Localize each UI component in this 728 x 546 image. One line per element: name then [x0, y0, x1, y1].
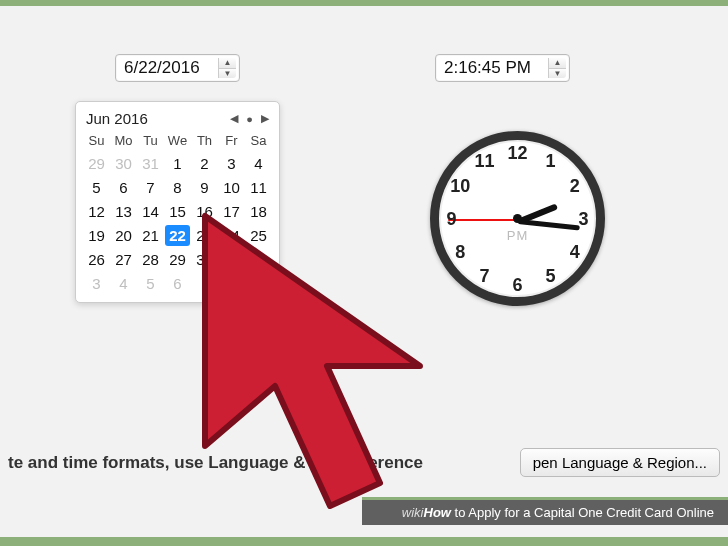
- clock-number: 5: [540, 265, 562, 286]
- calendar-prev-icon[interactable]: ◀: [230, 112, 238, 125]
- calendar-dow: Tu: [138, 131, 163, 150]
- calendar-day[interactable]: 26: [84, 249, 109, 270]
- calendar-day[interactable]: 15: [165, 201, 190, 222]
- calendar-day[interactable]: 4: [246, 153, 271, 174]
- calendar-day[interactable]: 22: [165, 225, 190, 246]
- calendar-day[interactable]: 3: [219, 153, 244, 174]
- hint-row: te and time formats, use Language & Re p…: [0, 448, 728, 477]
- brand-bold: How: [424, 505, 451, 520]
- hint-text-mid: preference: [336, 453, 423, 473]
- clock-number: 12: [507, 142, 529, 163]
- calendar-popup: Jun 2016 ◀ ● ▶ SuMoTuWeThFrSa29303112345…: [75, 101, 280, 303]
- calendar-day[interactable]: 21: [138, 225, 163, 246]
- calendar-today-icon[interactable]: ●: [246, 113, 253, 125]
- chevron-up-icon[interactable]: ▲: [219, 58, 236, 69]
- clock-number: 8: [449, 241, 471, 262]
- date-input[interactable]: 6/22/2016 ▲ ▼: [115, 54, 240, 82]
- clock-ampm: PM: [507, 228, 529, 243]
- calendar-dow: Mo: [111, 131, 136, 150]
- clock-number: 3: [573, 208, 595, 229]
- clock-number: 2: [564, 175, 586, 196]
- calendar-next-icon[interactable]: ▶: [261, 112, 269, 125]
- hint-text-left: te and time formats, use Language & Re: [8, 453, 332, 473]
- calendar-day[interactable]: 31: [138, 153, 163, 174]
- clock-number: 9: [441, 208, 463, 229]
- calendar-day[interactable]: 6: [111, 177, 136, 198]
- date-value: 6/22/2016: [124, 58, 200, 77]
- chevron-down-icon[interactable]: ▼: [219, 69, 236, 79]
- calendar-day[interactable]: 1: [219, 249, 244, 270]
- clock-number: 4: [564, 241, 586, 262]
- calendar-day[interactable]: 18: [246, 201, 271, 222]
- calendar-day[interactable]: 29: [165, 249, 190, 270]
- calendar-day[interactable]: 30: [111, 153, 136, 174]
- calendar-dow: Su: [84, 131, 109, 150]
- calendar-day[interactable]: 30: [192, 249, 217, 270]
- chevron-up-icon[interactable]: ▲: [549, 58, 566, 69]
- clock-center-pin: [513, 214, 522, 223]
- calendar-day[interactable]: 5: [84, 177, 109, 198]
- calendar-day[interactable]: 12: [84, 201, 109, 222]
- clock-number: 7: [474, 265, 496, 286]
- time-input[interactable]: 2:16:45 PM ▲ ▼: [435, 54, 570, 82]
- watermark-banner: wikiHow to Apply for a Capital One Credi…: [362, 497, 728, 525]
- banner-title: to Apply for a Capital One Credit Card O…: [451, 505, 714, 520]
- calendar-day[interactable]: 23: [192, 225, 217, 246]
- calendar-day[interactable]: 13: [111, 201, 136, 222]
- calendar-day[interactable]: 4: [111, 273, 136, 294]
- calendar-day[interactable]: 3: [84, 273, 109, 294]
- calendar-day[interactable]: 11: [246, 177, 271, 198]
- calendar-day[interactable]: 2: [246, 249, 271, 270]
- clock-number: 11: [474, 151, 496, 172]
- calendar-day[interactable]: 25: [246, 225, 271, 246]
- calendar-day[interactable]: 28: [138, 249, 163, 270]
- date-stepper[interactable]: ▲ ▼: [218, 58, 236, 78]
- calendar-day[interactable]: 14: [138, 201, 163, 222]
- brand-prefix: wiki: [402, 505, 424, 520]
- calendar-dow: Th: [192, 131, 217, 150]
- calendar-dow: Sa: [246, 131, 271, 150]
- time-stepper[interactable]: ▲ ▼: [548, 58, 566, 78]
- calendar-day[interactable]: 16: [192, 201, 217, 222]
- clock-number: 10: [449, 175, 471, 196]
- calendar-day[interactable]: 6: [165, 273, 190, 294]
- calendar-day[interactable]: 10: [219, 177, 244, 198]
- calendar-day[interactable]: 24: [219, 225, 244, 246]
- clock-number: 6: [507, 274, 529, 295]
- chevron-down-icon[interactable]: ▼: [549, 69, 566, 79]
- calendar-month-label: Jun 2016: [86, 110, 148, 127]
- calendar-day[interactable]: 20: [111, 225, 136, 246]
- calendar-day[interactable]: 29: [84, 153, 109, 174]
- open-language-region-button[interactable]: pen Language & Region...: [520, 448, 720, 477]
- calendar-day[interactable]: 27: [111, 249, 136, 270]
- analog-clock: PM 121234567891011: [430, 131, 605, 306]
- calendar-day[interactable]: 1: [165, 153, 190, 174]
- calendar-day[interactable]: 17: [219, 201, 244, 222]
- calendar-day[interactable]: 7: [138, 177, 163, 198]
- calendar-day[interactable]: 8: [165, 177, 190, 198]
- calendar-dow: Fr: [219, 131, 244, 150]
- calendar-day[interactable]: 2: [192, 153, 217, 174]
- calendar-day[interactable]: 19: [84, 225, 109, 246]
- calendar-dow: We: [165, 131, 190, 150]
- calendar-day[interactable]: 5: [138, 273, 163, 294]
- calendar-day[interactable]: 9: [192, 177, 217, 198]
- time-value: 2:16:45 PM: [444, 58, 531, 77]
- clock-number: 1: [540, 151, 562, 172]
